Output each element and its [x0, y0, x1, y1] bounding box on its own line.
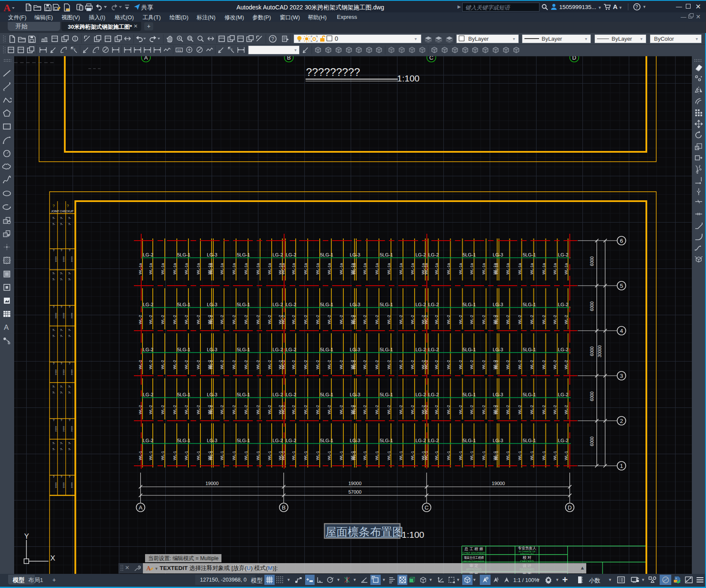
svg-text:WL-2: WL-2 [339, 315, 343, 324]
svg-text:????: ???? [71, 482, 73, 488]
svg-text:B: B [287, 56, 291, 61]
svg-text:WL-1a: WL-1a [315, 263, 320, 274]
svg-text:?-: ?- [52, 222, 55, 226]
svg-text:WL-2: WL-2 [339, 405, 343, 414]
svg-text:5LG-1: 5LG-1 [523, 347, 536, 352]
svg-text:?-: ?- [52, 216, 55, 220]
svg-text:WL-1: WL-1 [244, 451, 248, 460]
svg-text:WL-1: WL-1 [482, 451, 486, 460]
svg-text:WL-1: WL-1 [530, 451, 534, 460]
svg-text:5LG-1: 5LG-1 [320, 347, 333, 352]
svg-text:????: ???? [71, 256, 73, 262]
svg-text:LG-3: LG-3 [350, 252, 360, 257]
svg-text:WL-2: WL-2 [470, 405, 474, 414]
svg-text:LG-2: LG-2 [428, 392, 439, 397]
svg-text:WL-1: WL-1 [232, 451, 236, 460]
svg-text:WL-2: WL-2 [424, 405, 428, 414]
svg-text:WL-1: WL-1 [196, 451, 200, 460]
svg-text:LG-3: LG-3 [207, 438, 217, 443]
svg-text:WL-2: WL-2 [256, 405, 260, 414]
svg-text:LG-3: LG-3 [350, 302, 360, 307]
svg-text:?-: ?- [68, 222, 71, 226]
svg-text:?-: ?- [60, 334, 63, 338]
svg-text:WL-2: WL-2 [232, 405, 236, 414]
svg-text:WL-1a: WL-1a [518, 263, 522, 274]
svg-text:WL-1: WL-1 [327, 451, 331, 460]
svg-text:专业负责人: 专业负责人 [518, 546, 536, 550]
svg-text:WL-2: WL-2 [434, 360, 439, 369]
svg-text:5LG-1: 5LG-1 [380, 392, 393, 397]
svg-text:WL-2: WL-2 [553, 360, 557, 369]
svg-text:?-: ?- [52, 385, 55, 389]
svg-text:?: ? [53, 419, 55, 422]
svg-text:5LG-1: 5LG-1 [380, 438, 393, 443]
svg-text:WL-2: WL-2 [315, 315, 320, 324]
svg-text:C: C [429, 56, 433, 61]
svg-text:WL-1a: WL-1a [399, 263, 403, 274]
svg-text:WL-1: WL-1 [399, 451, 403, 460]
svg-text:WL-2: WL-2 [184, 360, 188, 369]
svg-text:6000: 6000 [590, 301, 594, 311]
svg-text:3: 3 [620, 373, 623, 379]
svg-text:WL-2: WL-2 [399, 405, 403, 414]
svg-text:5LG-1: 5LG-1 [463, 347, 476, 352]
svg-text:WL-2: WL-2 [209, 360, 213, 369]
svg-text:5LG-1: 5LG-1 [177, 347, 191, 352]
svg-text:WL-2: WL-2 [281, 360, 285, 369]
svg-text:A: A [3, 3, 11, 12]
svg-text:x: x [231, 48, 233, 51]
svg-text:2: 2 [620, 418, 623, 424]
svg-text:WL-2: WL-2 [530, 360, 534, 369]
svg-text:5LG-1: 5LG-1 [523, 302, 536, 307]
svg-text:WL-2: WL-2 [410, 315, 415, 324]
svg-text:WL-1: WL-1 [148, 451, 153, 460]
svg-text:????: ???? [71, 313, 73, 319]
svg-text:WL-2: WL-2 [161, 360, 165, 369]
svg-text:?-: ?- [68, 385, 71, 389]
svg-text:WL-1: WL-1 [458, 451, 463, 460]
svg-text:WL-2: WL-2 [387, 405, 391, 414]
svg-text:D: D [572, 56, 576, 61]
svg-text:?-: ?- [60, 271, 63, 275]
svg-text:WL-2: WL-2 [220, 360, 224, 369]
svg-text:?: ? [52, 204, 55, 208]
svg-text:WL-2: WL-2 [542, 315, 546, 324]
svg-text:WL-1a: WL-1a [553, 263, 557, 274]
svg-text:LG-2: LG-2 [558, 252, 568, 257]
svg-text:WL-1: WL-1 [387, 451, 391, 460]
svg-text:WL-2: WL-2 [327, 360, 331, 369]
svg-text:LG-2: LG-2 [143, 302, 153, 307]
svg-text:WL-1a: WL-1a [375, 263, 379, 274]
svg-text:WL-2: WL-2 [399, 315, 403, 324]
svg-text:WL-2: WL-2 [209, 405, 213, 414]
svg-text:5LG-1: 5LG-1 [237, 252, 250, 257]
svg-text:WL-1a: WL-1a [303, 263, 308, 274]
svg-text:WL-2: WL-2 [518, 315, 522, 324]
svg-text:LG-2: LG-2 [143, 392, 153, 397]
svg-text:WL-1a: WL-1a [446, 263, 451, 274]
svg-text:5LG-1: 5LG-1 [380, 347, 393, 352]
svg-text:WL-2: WL-2 [530, 315, 534, 324]
svg-text:LG-2: LG-2 [428, 252, 439, 257]
svg-text:LG-2: LG-2 [415, 347, 426, 352]
svg-text:WL-2: WL-2 [470, 360, 474, 369]
svg-text:LG-2: LG-2 [415, 438, 426, 443]
svg-text:WL-1a: WL-1a [434, 263, 439, 274]
svg-text:D: D [568, 504, 572, 511]
svg-text:????: ???? [63, 369, 65, 375]
svg-text:WL-2: WL-2 [434, 315, 439, 324]
svg-text:WL-1a: WL-1a [424, 263, 428, 274]
svg-text:C: C [424, 504, 428, 511]
svg-text:????: ???? [55, 482, 58, 488]
svg-text:WL-1a: WL-1a [138, 263, 142, 274]
svg-text:WL-2: WL-2 [184, 315, 188, 324]
svg-text:LG-2: LG-2 [143, 347, 153, 352]
svg-text:WL-2: WL-2 [161, 315, 165, 324]
svg-text:LG-3: LG-3 [350, 392, 360, 397]
svg-text:WL-1: WL-1 [553, 451, 557, 460]
svg-text:WL-2: WL-2 [244, 405, 248, 414]
svg-text:?: ? [61, 475, 62, 478]
svg-text:?-: ?- [60, 216, 63, 220]
svg-text:????: ???? [63, 313, 65, 319]
svg-text:19000: 19000 [492, 481, 505, 486]
